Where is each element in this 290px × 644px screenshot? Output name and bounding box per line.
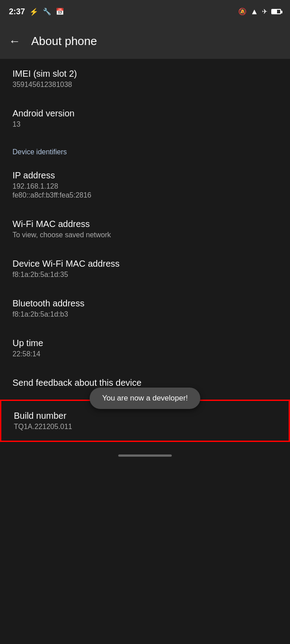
bluetooth-address-value: f8:1a:2b:5a:1d:b3 <box>12 310 278 318</box>
android-version-label: Android version <box>12 108 278 119</box>
android-version-value: 13 <box>12 120 278 128</box>
device-identifiers-section: Device identifiers <box>0 138 290 161</box>
page-title: About phone <box>31 34 97 48</box>
ip-address-value2: fe80::a8cf:b3ff:fea5:2816 <box>12 191 278 199</box>
imei-sim2-label: IMEI (sim slot 2) <box>12 69 278 79</box>
ip-address-label: IP address <box>12 170 278 181</box>
up-time-item[interactable]: Up time 22:58:14 <box>0 328 290 368</box>
wifi-mac-item[interactable]: Wi-Fi MAC address To view, choose saved … <box>0 209 290 249</box>
up-time-value: 22:58:14 <box>12 350 278 358</box>
battery-icon <box>271 9 281 14</box>
nav-pill <box>118 454 172 457</box>
up-time-label: Up time <box>12 338 278 348</box>
ip-address-item[interactable]: IP address 192.168.1.128 fe80::a8cf:b3ff… <box>0 161 290 209</box>
bluetooth-address-label: Bluetooth address <box>12 298 278 309</box>
calendar-icon: 📅 <box>56 8 64 16</box>
airplane-icon: ✈ <box>262 8 268 16</box>
send-feedback-label: Send feedback about this device <box>12 378 278 388</box>
device-wifi-mac-value: f8:1a:2b:5a:1d:35 <box>12 271 278 279</box>
build-number-value: TQ1A.221205.011 <box>14 423 276 431</box>
bluetooth-address-item[interactable]: Bluetooth address f8:1a:2b:5a:1d:b3 <box>0 289 290 328</box>
wrench-icon: 🔧 <box>43 8 51 16</box>
status-left: 2:37 ⚡ 🔧 📅 <box>9 7 64 17</box>
time-display: 2:37 <box>9 7 25 17</box>
toolbar: ← About phone <box>0 23 290 59</box>
device-wifi-mac-item[interactable]: Device Wi-Fi MAC address f8:1a:2b:5a:1d:… <box>0 249 290 289</box>
content: IMEI (sim slot 2) 359145612381038 Androi… <box>0 59 290 442</box>
wifi-mac-label: Wi-Fi MAC address <box>12 219 278 229</box>
ip-address-value1: 192.168.1.128 <box>12 182 278 190</box>
device-identifiers-label: Device identifiers <box>12 148 67 156</box>
toast-message: You are now a developer! <box>90 388 200 409</box>
build-number-label: Build number <box>14 411 276 421</box>
device-wifi-mac-label: Device Wi-Fi MAC address <box>12 259 278 269</box>
bluetooth-icon: ⚡ <box>29 8 38 16</box>
back-button[interactable]: ← <box>9 34 21 48</box>
wifi-mac-value: To view, choose saved network <box>12 231 278 239</box>
status-bar: 2:37 ⚡ 🔧 📅 🔕 ▲ ✈ <box>0 0 290 23</box>
wifi-icon: ▲ <box>250 7 258 17</box>
android-version-item[interactable]: Android version 13 <box>0 99 290 138</box>
status-right: 🔕 ▲ ✈ <box>238 7 281 17</box>
imei-sim2-value: 359145612381038 <box>12 81 278 89</box>
mute-icon: 🔕 <box>238 8 247 16</box>
toast-container: You are now a developer! <box>90 388 200 409</box>
highlighted-section: You are now a developer! Build number TQ… <box>0 400 290 442</box>
nav-bar <box>0 442 290 469</box>
imei-sim2-item[interactable]: IMEI (sim slot 2) 359145612381038 <box>0 59 290 99</box>
